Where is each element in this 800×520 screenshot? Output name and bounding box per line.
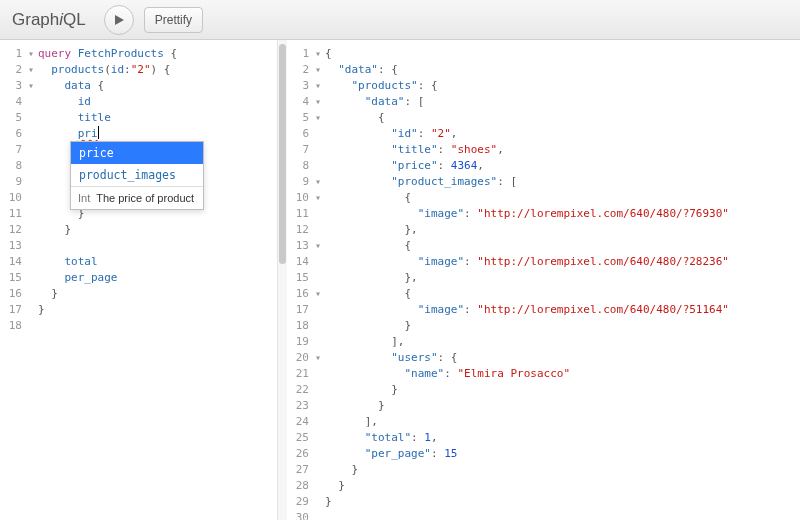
play-icon bbox=[113, 14, 125, 26]
prettify-label: Prettify bbox=[155, 13, 192, 27]
svg-marker-0 bbox=[115, 15, 124, 25]
prettify-button[interactable]: Prettify bbox=[144, 7, 203, 33]
autocomplete-popup: priceproduct_images Int The price of pro… bbox=[70, 141, 204, 210]
result-viewer[interactable]: 1234567891011121314151617181920212223242… bbox=[287, 40, 800, 520]
query-scrollbar[interactable] bbox=[277, 40, 287, 520]
query-scrollbar-thumb[interactable] bbox=[279, 44, 286, 264]
app-logo: GraphiQL bbox=[12, 10, 86, 30]
autocomplete-item[interactable]: product_images bbox=[71, 164, 203, 186]
result-fold-column: ▾▾▾▾▾ ▾▾ ▾ ▾ ▾ bbox=[313, 40, 323, 520]
query-fold-column: ▾▾▾ bbox=[26, 40, 36, 520]
result-gutter: 1234567891011121314151617181920212223242… bbox=[287, 40, 313, 520]
autocomplete-item[interactable]: price bbox=[71, 142, 203, 164]
execute-button[interactable] bbox=[104, 5, 134, 35]
autocomplete-hint-desc: The price of product bbox=[96, 192, 194, 204]
autocomplete-hint-type: Int bbox=[78, 192, 90, 204]
result-code: { "data": { "products": { "data": [ { "i… bbox=[323, 40, 800, 520]
toolbar: GraphiQL Prettify bbox=[0, 0, 800, 40]
query-editor[interactable]: 123456789101112131415161718 ▾▾▾ query Fe… bbox=[0, 40, 287, 520]
editor-panes: 123456789101112131415161718 ▾▾▾ query Fe… bbox=[0, 40, 800, 520]
autocomplete-hint: Int The price of product bbox=[71, 186, 203, 209]
query-code[interactable]: query FetchProducts { products(id:"2") {… bbox=[36, 40, 286, 520]
query-gutter: 123456789101112131415161718 bbox=[0, 40, 26, 520]
